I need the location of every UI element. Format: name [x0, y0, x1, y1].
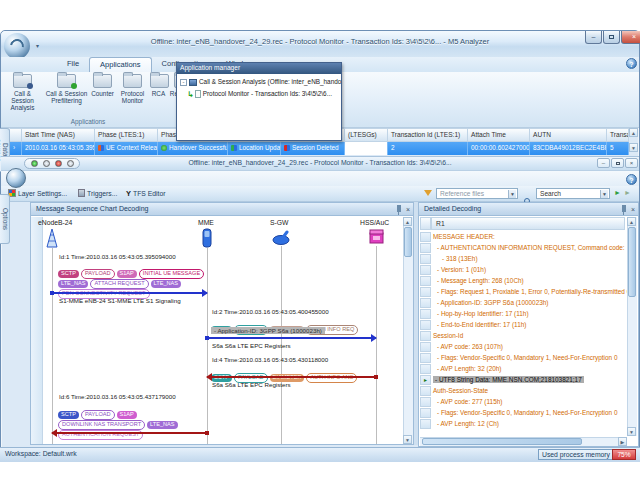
reference-filter-icon[interactable]	[424, 190, 432, 196]
triggers-button[interactable]: Triggers...	[78, 189, 117, 197]
table-header-trans2[interactable]: Transa...	[607, 128, 629, 142]
msc-pin-icon[interactable]	[397, 205, 401, 212]
decode-row-4[interactable]: - Message Length: 268 (10Ch)	[420, 276, 625, 287]
led-red-icon[interactable]	[55, 160, 62, 167]
decode-row-3[interactable]: - Version: 1 (01h)	[420, 265, 625, 276]
call-session-analysis-button[interactable]: Call & Session Analysis	[2, 74, 43, 116]
tab-file[interactable]: File	[57, 57, 89, 72]
detail-close-icon[interactable]: ×	[631, 206, 635, 213]
node-mme[interactable]: MME	[198, 219, 214, 226]
cell-phase1[interactable]: UE Context Released	[95, 142, 158, 155]
restore-button[interactable]	[603, 31, 620, 44]
msg2-header[interactable]: Id:2 Time:2010.03.16 05:43:05.400455000	[212, 308, 329, 315]
detail-hscroll-thumb[interactable]	[422, 438, 582, 445]
cell-transaction-id[interactable]: 2	[388, 142, 468, 155]
msg2-appid-field[interactable]: - Application-ID: 3GPP S6a (1000023h)	[211, 327, 325, 334]
subwindow-close-button[interactable]: ×	[625, 158, 638, 168]
msg4-arrow[interactable]	[52, 432, 207, 434]
table-header-autn[interactable]: AUTN	[530, 128, 607, 142]
decode-row-9[interactable]: Session-Id	[420, 331, 625, 342]
search-next-icon[interactable]: ►	[624, 189, 631, 196]
row-gutter[interactable]	[420, 353, 431, 363]
decode-row-11[interactable]: - Flags: Vendor-Specific 0, Mandatory 1,…	[420, 353, 625, 364]
led-gray-icon[interactable]	[43, 160, 50, 167]
protocol-monitor-button[interactable]: Protocol Monitor	[116, 74, 149, 116]
counter-button[interactable]: Counter	[90, 74, 115, 116]
cell-phase4[interactable]: Session Deleted	[281, 142, 345, 155]
subwindow-help-icon[interactable]: ?	[626, 174, 637, 185]
msg1-header[interactable]: Id:1 Time:2010.03.16 05:43:05.395094000	[59, 253, 176, 260]
cell-autn[interactable]: 83CDBA49012BEC2E4BFF516F2C3E2A2D	[530, 142, 607, 155]
row-gutter[interactable]	[420, 309, 431, 319]
cell-start-time[interactable]: 2010.03.16 05:43:05.395094000	[22, 142, 95, 155]
layer-settings-button[interactable]: Layer Settings...	[8, 189, 67, 197]
msc-scroll-thumb[interactable]	[404, 227, 412, 257]
detail-hscroll-right-icon[interactable]: ▶	[618, 437, 627, 446]
detail-panel-header[interactable]: Detailed Decoding ×	[418, 202, 639, 216]
row-gutter[interactable]	[420, 254, 431, 264]
tree-item-call-session-analysis[interactable]: -Call & Session Analysis (Offline: inter…	[177, 78, 341, 86]
row-gutter[interactable]	[420, 386, 431, 396]
msc-scroll-up-icon[interactable]: ▲	[403, 217, 412, 226]
cell-phase2[interactable]: Handover Successful	[158, 142, 228, 155]
decode-row-6[interactable]: - Application-ID: 3GPP S6a (1000023h)	[420, 298, 625, 309]
subwindow-minimize-button[interactable]: –	[597, 158, 610, 168]
decode-row-8[interactable]: - End-to-End Identifier: 17 (11h)	[420, 320, 625, 331]
msc-panel-header[interactable]: Message Sequence Chart Decoding ×	[30, 202, 414, 216]
decode-row-5[interactable]: - Flags: Request 1, Proxiable 1, Error 0…	[420, 287, 625, 298]
detail-scroll-thumb[interactable]	[628, 227, 636, 297]
decode-row-16[interactable]: - Flags: Vendor-Specific 0, Mandatory 1,…	[420, 408, 625, 419]
decode-row-15[interactable]: - AVP code: 277 (115h)	[420, 397, 625, 408]
row-gutter[interactable]	[420, 276, 431, 286]
detail-column-header[interactable]: R1	[431, 217, 625, 230]
table-scroll-up-icon[interactable]: ▲	[629, 128, 638, 137]
decode-row-0[interactable]: MESSAGE HEADER:	[420, 232, 625, 243]
led-green-icon[interactable]	[31, 160, 38, 167]
decode-row-selected[interactable]: ▸- UTF8 String Data: MME.NSN.COM;2181038…	[420, 375, 625, 386]
decode-row-2[interactable]: - 318 (13Eh)	[420, 254, 625, 265]
msg3-header[interactable]: Id:4 Time:2010.03.16 05:43:05.430118000	[212, 356, 328, 363]
cell-attach-time[interactable]: 00:00:00.602427000	[468, 142, 530, 155]
help-icon[interactable]: ?	[626, 58, 637, 69]
subwindow-restore-button[interactable]	[611, 158, 624, 168]
row-gutter[interactable]	[420, 397, 431, 407]
table-header-phase1[interactable]: Phase (LTES:1)	[95, 128, 158, 142]
search-dropdown-icon[interactable]: ▼	[600, 190, 608, 198]
decode-row-7[interactable]: - Hop-by-Hop Identifier: 17 (11h)	[420, 309, 625, 320]
msc-scroll-down-icon[interactable]: ▼	[403, 435, 412, 444]
sidebar-tab-options[interactable]: Options	[0, 194, 10, 244]
cell-ltesgs[interactable]	[345, 142, 388, 155]
table-header-transaction-id[interactable]: Transaction Id (LTES:1)	[388, 128, 468, 142]
reference-files-dropdown-icon[interactable]: ▼	[508, 190, 516, 198]
search-prev-icon[interactable]: ►	[614, 189, 621, 196]
row-gutter[interactable]	[420, 364, 431, 374]
led-gray2-icon[interactable]	[67, 160, 74, 167]
detail-pin-icon[interactable]	[622, 205, 626, 212]
cell-trans2[interactable]: 5	[607, 142, 629, 155]
table-header-start-time[interactable]: Start Time (NAS)	[22, 128, 95, 142]
minimize-button[interactable]: –	[585, 31, 602, 44]
tfs-editor-button[interactable]: YTFS Editor	[126, 189, 166, 198]
node-hss[interactable]: HSS/AuC	[360, 219, 389, 226]
msc-left-rail[interactable]	[31, 217, 43, 444]
tab-applications[interactable]: Applications	[89, 57, 151, 72]
row-gutter[interactable]	[420, 320, 431, 330]
rca-button[interactable]: RCA	[150, 74, 167, 116]
detail-scroll-up-icon[interactable]: ▲	[627, 217, 636, 226]
row-gutter-selected[interactable]: ▸	[420, 375, 431, 385]
row-gutter[interactable]	[420, 331, 431, 341]
decode-row-17[interactable]: - AVP Length: 12 (Ch)	[420, 419, 625, 430]
table-header-attach-time[interactable]: Attach Time	[468, 128, 530, 142]
decode-row-1[interactable]: - AUTHENTICATION INFORMATION REQUEST, Co…	[420, 243, 625, 254]
detail-scroll-down-icon[interactable]: ▼	[627, 427, 636, 436]
cell-phase3[interactable]: Location Updated	[228, 142, 281, 155]
decode-row-14[interactable]: Auth-Session-State	[420, 386, 625, 397]
reference-files-combo[interactable]: Reference files▼	[436, 188, 518, 199]
msg1-arrow[interactable]	[52, 292, 207, 294]
msg3-arrow[interactable]	[207, 376, 376, 378]
row-gutter[interactable]	[420, 243, 431, 253]
table-scroll-down-icon[interactable]: ▼	[629, 143, 638, 152]
row-gutter[interactable]	[420, 408, 431, 418]
tree-item-protocol-monitor[interactable]: ↳Protocol Monitor - Transaction Ids: 3\4…	[177, 90, 341, 99]
search-combo[interactable]: Search▼	[536, 188, 610, 199]
